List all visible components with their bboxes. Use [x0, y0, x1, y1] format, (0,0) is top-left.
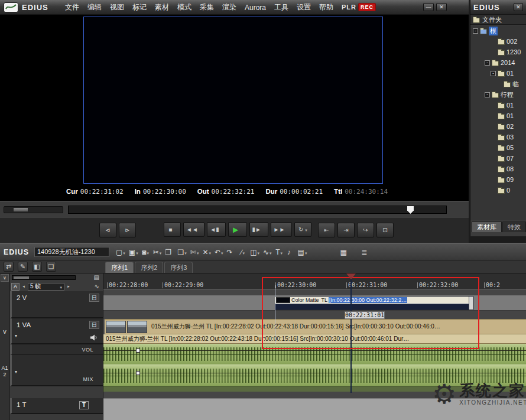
- capture-button[interactable]: ▦: [339, 246, 350, 258]
- delete-button[interactable]: ✕: [201, 246, 212, 258]
- bin-tree-item[interactable]: - 01: [470, 68, 526, 79]
- expander-icon[interactable]: -: [491, 71, 496, 76]
- bin-tree-item[interactable]: 临: [470, 79, 526, 89]
- minimize-button[interactable]: —: [423, 3, 434, 11]
- playhead-line[interactable]: [350, 279, 352, 393]
- menu-item[interactable]: 帮助: [315, 1, 337, 14]
- va-video-clip[interactable]: 015兰州威力狮-兰州 TL [In:00:22:28:02 Out:00:22…: [105, 319, 526, 334]
- audio-fade-button[interactable]: ∿: [262, 246, 273, 258]
- bin-tree-item[interactable]: 09: [470, 174, 526, 185]
- bin-tree-item[interactable]: 0: [470, 185, 526, 196]
- expander-icon[interactable]: -: [485, 60, 490, 66]
- track-height-icon[interactable]: ▤: [94, 274, 99, 281]
- sequence-tab[interactable]: 序列1: [105, 262, 134, 273]
- bin-tree-item[interactable]: - 根: [470, 25, 526, 36]
- paste-button[interactable]: ❑: [177, 246, 188, 258]
- stop-button[interactable]: ■: [164, 222, 181, 237]
- audio-patch-label-2[interactable]: 2: [0, 372, 9, 377]
- thumbnail-toggle-icon[interactable]: 日: [89, 294, 99, 302]
- copy-button[interactable]: ❐: [164, 246, 175, 258]
- play-button[interactable]: ►: [228, 222, 246, 237]
- video-patch-label[interactable]: v: [0, 328, 9, 335]
- export-button[interactable]: ▤: [297, 246, 309, 258]
- sequence-tab[interactable]: 序列3: [164, 262, 193, 273]
- sync-lock-button[interactable]: ❏: [46, 262, 56, 272]
- bin-tab[interactable]: 特效: [502, 222, 526, 232]
- ripple-cut-button[interactable]: ✄: [189, 246, 200, 258]
- bin-tree-item[interactable]: - 行程: [470, 89, 526, 100]
- speaker-icon[interactable]: [90, 333, 98, 343]
- track-lane-1va-label[interactable]: 015兰州威力狮-兰州 TL [In:00:22:28:02 Out:00:22…: [103, 334, 526, 344]
- expand-mix-icon[interactable]: [15, 369, 17, 375]
- menu-item[interactable]: 工具: [270, 1, 293, 14]
- volume-rubber-band[interactable]: [103, 350, 526, 351]
- shuttle-left-button[interactable]: ⊲: [99, 223, 116, 237]
- bin-tab[interactable]: 素材库: [472, 222, 502, 232]
- track-lane-1va-video[interactable]: 015兰州威力狮-兰州 TL [In:00:22:28:02 Out:00:22…: [103, 319, 526, 334]
- thumbnail-toggle-icon[interactable]: 日: [89, 321, 99, 329]
- save-project-button[interactable]: ◙: [141, 246, 151, 258]
- insert-mode-button[interactable]: ⇄: [4, 262, 14, 272]
- rewind-button[interactable]: ◄◄: [183, 222, 204, 237]
- zoom-slider-handle[interactable]: [14, 276, 29, 279]
- next-frame-button[interactable]: ▮►: [249, 222, 268, 237]
- audio-patch-label-1[interactable]: A1: [0, 365, 9, 371]
- audio-mode-button[interactable]: A: [11, 283, 20, 291]
- shuttle-slider[interactable]: [4, 206, 63, 213]
- step-left-icon[interactable]: [21, 284, 26, 289]
- waveform-icon[interactable]: ∿: [95, 283, 99, 289]
- voice-over-button[interactable]: ♪: [285, 246, 296, 258]
- shuttle-right-button[interactable]: ⊳: [119, 223, 136, 237]
- expander-icon[interactable]: -: [473, 28, 478, 34]
- playhead-icon[interactable]: [346, 274, 356, 279]
- rec-badge[interactable]: REC: [358, 3, 376, 11]
- step-right-icon[interactable]: [66, 284, 71, 289]
- preview-titlebar[interactable]: EDIUS 文件编辑视图标记素材模式采集渲染Aurora工具设置帮助 PLR R…: [0, 0, 469, 15]
- goto-out-point-button[interactable]: ⇥: [337, 223, 355, 237]
- seek-bar[interactable]: [68, 206, 447, 214]
- previous-frame-button[interactable]: ◄▮: [207, 222, 226, 237]
- timeline-zoom-slider[interactable]: [12, 275, 76, 280]
- bin-titlebar[interactable]: EDIUS ✕: [470, 0, 526, 15]
- add-clip-button[interactable]: ▣: [128, 246, 139, 258]
- menu-item[interactable]: 视图: [106, 1, 128, 14]
- title-tool-button[interactable]: T: [274, 246, 284, 258]
- new-sequence-button[interactable]: ▢: [115, 246, 126, 258]
- display-mode-button[interactable]: ⊡: [376, 223, 394, 237]
- volume-keyframe-node[interactable]: [136, 371, 140, 375]
- audio-mixer-button[interactable]: ≣: [360, 246, 371, 258]
- video-frame[interactable]: [83, 17, 383, 184]
- set-transition-button[interactable]: ◫: [249, 246, 261, 258]
- bin-tree-item[interactable]: 01: [470, 110, 526, 121]
- volume-keyframe-node[interactable]: [136, 349, 140, 353]
- timeline-ruler[interactable]: [103, 274, 526, 290]
- bin-close-button[interactable]: ✕: [514, 3, 523, 11]
- mix-row[interactable]: MIX: [10, 355, 103, 386]
- menu-item[interactable]: Aurora: [241, 2, 270, 14]
- vol-row[interactable]: VOL: [10, 344, 103, 355]
- fast-forward-button[interactable]: ►►: [271, 222, 292, 237]
- track-header-2v[interactable]: 2 V 日: [10, 291, 103, 318]
- bin-tree-item[interactable]: 02: [470, 121, 526, 132]
- overwrite-mode-button[interactable]: ◧: [32, 262, 42, 272]
- expander-icon[interactable]: -: [485, 92, 490, 97]
- menu-item[interactable]: 素材: [151, 1, 173, 14]
- undo-button[interactable]: ↶: [213, 246, 225, 258]
- goto-in-point-button[interactable]: ⇤: [318, 223, 335, 237]
- track-lane-2v[interactable]: Color Matte TL [In:00:22:30:00 Out:00:22…: [103, 295, 526, 311]
- color-matte-clip[interactable]: Color Matte TL [In:00:22:30:00 Out:00:22…: [275, 296, 473, 310]
- cut-button[interactable]: ✂: [152, 246, 163, 258]
- sequence-tab[interactable]: 序列2: [135, 262, 163, 273]
- menu-item[interactable]: 编辑: [83, 1, 106, 14]
- project-name[interactable]: 140928无机油-1230: [34, 247, 109, 257]
- menu-item[interactable]: 文件: [61, 1, 83, 14]
- loop-playback-button[interactable]: ↻: [294, 222, 311, 237]
- bin-tree-item[interactable]: 05: [470, 142, 526, 153]
- close-button[interactable]: ✕: [436, 3, 447, 11]
- volume-rubber-band[interactable]: [103, 373, 526, 373]
- title-track-icon[interactable]: T: [79, 401, 89, 409]
- ripple-mode-button[interactable]: ✎: [18, 262, 28, 272]
- menu-item[interactable]: 设置: [293, 1, 315, 14]
- seek-marker[interactable]: [407, 206, 414, 214]
- redo-button[interactable]: ↷: [226, 246, 237, 258]
